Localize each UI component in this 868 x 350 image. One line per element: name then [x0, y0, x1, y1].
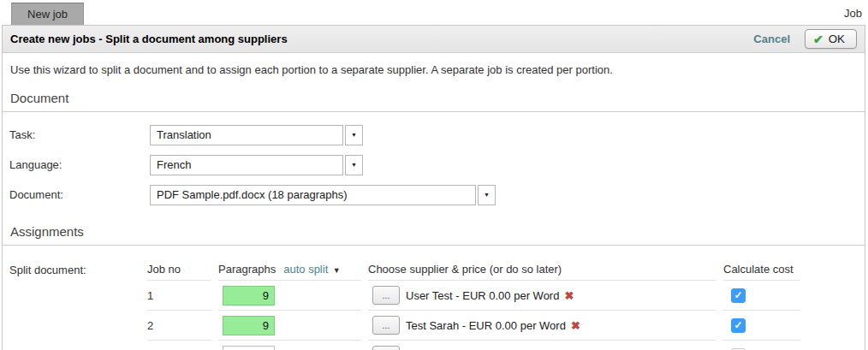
choose-supplier-button[interactable]: ...: [372, 346, 400, 350]
chevron-down-icon: ▼: [330, 266, 340, 275]
calculate-cost-cell: [723, 310, 800, 340]
task-combobox: ▼: [150, 125, 363, 145]
cancel-button[interactable]: Cancel: [753, 33, 790, 45]
language-label: Language:: [3, 158, 150, 171]
paragraphs-input[interactable]: [223, 286, 275, 306]
supplier-cell: ... Test Sarah - EUR 0.00 per Word ✖: [368, 310, 716, 340]
document-combobox: ▼: [150, 185, 496, 205]
column-header-calculate-cost: Calculate cost: [723, 258, 800, 280]
calculate-cost-cell: [723, 280, 800, 310]
paragraphs-header-label: Paragraphs: [218, 263, 276, 276]
wizard-description: Use this wizard to split a document and …: [3, 53, 865, 76]
job-no-cell: 1: [147, 280, 211, 310]
job-no-value: 1: [147, 289, 153, 302]
delete-supplier-icon[interactable]: ✖: [564, 289, 574, 302]
column-header-supplier: Choose supplier & price (or do so later): [368, 258, 716, 280]
tab-new-job[interactable]: New job: [11, 3, 84, 25]
document-label: Document:: [3, 188, 150, 201]
split-document-label: Split document:: [9, 264, 86, 276]
screen: New job Job Create new jobs - Split a do…: [0, 0, 868, 350]
calculate-cost-cell: [723, 340, 800, 350]
task-input[interactable]: [150, 125, 343, 145]
check-icon: ✔: [813, 33, 823, 45]
auto-split-label: auto split: [283, 263, 328, 276]
choose-supplier-button[interactable]: ...: [372, 316, 400, 335]
wizard-title: Create new jobs - Split a document among…: [10, 33, 753, 45]
document-dropdown-button[interactable]: ▼: [478, 185, 496, 205]
supplier-price-text: Test Sarah - EUR 0.00 per Word: [406, 319, 566, 332]
document-form: Task: ▼ Language: ▼ Document: ▼: [3, 112, 865, 210]
supplier-cell: ... User Test - EUR 0.00 per Word ✖: [368, 280, 716, 310]
job-no-cell: 3: [147, 340, 211, 350]
ok-button[interactable]: ✔ OK: [805, 29, 857, 49]
top-right-job-label: Job: [844, 7, 862, 20]
document-input[interactable]: [150, 185, 476, 205]
job-no-value: 2: [147, 319, 153, 332]
column-header-job-no: Job no: [147, 258, 211, 280]
language-dropdown-button[interactable]: ▼: [345, 155, 363, 175]
task-label: Task:: [3, 128, 150, 141]
wizard-panel: Create new jobs - Split a document among…: [2, 25, 865, 350]
auto-split-dropdown[interactable]: auto split ▼: [283, 263, 340, 276]
choose-supplier-button[interactable]: ...: [372, 286, 400, 305]
chevron-down-icon: ▼: [351, 162, 357, 168]
task-row: Task: ▼: [3, 120, 865, 150]
language-combobox: ▼: [150, 155, 363, 175]
tab-new-job-label: New job: [27, 8, 68, 21]
language-row: Language: ▼: [3, 150, 865, 180]
task-dropdown-button[interactable]: ▼: [345, 125, 363, 145]
column-header-paragraphs: Paragraphs auto split ▼: [218, 258, 361, 280]
calculate-cost-checkbox[interactable]: [731, 288, 746, 303]
chevron-down-icon: ▼: [484, 192, 490, 198]
paragraphs-cell: [218, 340, 361, 350]
paragraphs-cell: [218, 310, 361, 340]
split-document-area: Split document: Job no Paragraphs auto s…: [3, 246, 865, 350]
section-title-document: Document: [3, 76, 865, 112]
assignments-table: Job no Paragraphs auto split ▼ Choose su…: [147, 258, 865, 350]
ok-button-label: OK: [829, 33, 845, 45]
language-input[interactable]: [150, 155, 343, 175]
document-row: Document: ▼: [3, 180, 865, 210]
paragraphs-cell: [218, 280, 361, 310]
delete-supplier-icon[interactable]: ✖: [571, 319, 580, 332]
job-no-cell: 2: [147, 310, 211, 340]
paragraphs-input[interactable]: [223, 346, 275, 350]
calculate-cost-checkbox[interactable]: [731, 318, 746, 333]
supplier-cell: ... ✖: [368, 340, 716, 350]
wizard-header-bar: Create new jobs - Split a document among…: [3, 26, 865, 53]
supplier-price-text: User Test - EUR 0.00 per Word: [406, 289, 559, 302]
chevron-down-icon: ▼: [351, 132, 357, 138]
section-title-assignments: Assignments: [3, 210, 865, 246]
paragraphs-input[interactable]: [223, 316, 275, 335]
